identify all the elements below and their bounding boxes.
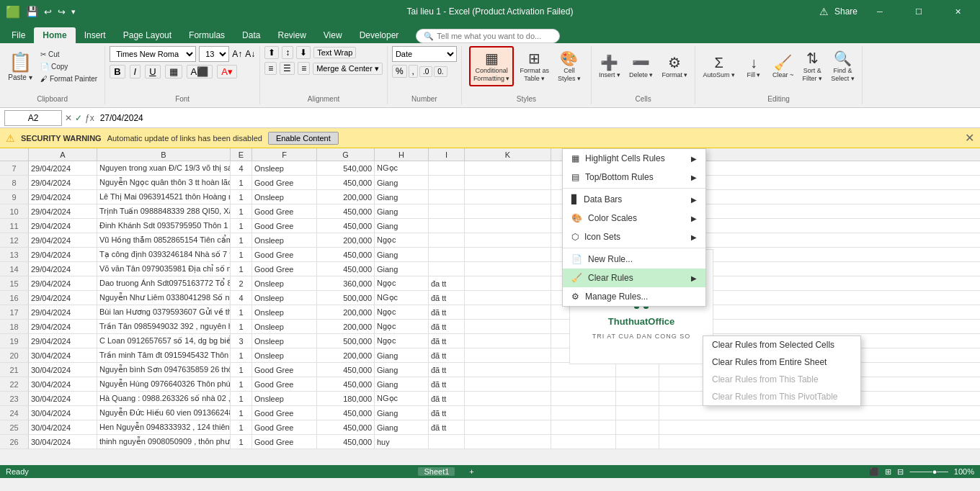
- cell-name[interactable]: C Loan 0912657657 số 14, dg bg biểu. K: [97, 334, 231, 348]
- formula-insert-icon[interactable]: ƒx: [85, 113, 94, 123]
- cell-status[interactable]: đa tt: [429, 276, 465, 290]
- cell-status[interactable]: đã tt: [429, 420, 465, 434]
- cell-o[interactable]: [616, 377, 659, 391]
- cell-status[interactable]: [429, 248, 465, 261]
- cell-name[interactable]: Võ văn Tân 0979035981 Địa chỉ số nhà 2: [97, 262, 231, 276]
- cell-product[interactable]: Good Gree: [252, 176, 317, 189]
- insert-button[interactable]: ➕ Insert ▾: [596, 46, 623, 86]
- fill-button[interactable]: ↓ Fill ▾: [741, 46, 767, 86]
- close-button[interactable]: ✕: [941, 0, 974, 23]
- cell-status[interactable]: [429, 435, 465, 449]
- cell-status[interactable]: [429, 219, 465, 233]
- number-format-select[interactable]: Date: [392, 46, 457, 62]
- cell-amount[interactable]: 540,000: [317, 161, 375, 175]
- cell-date[interactable]: 29/04/2024: [29, 248, 97, 261]
- cell-name[interactable]: Trịnh Tuấn 0988848339 288 QI50, Xã Ph: [97, 204, 231, 218]
- cell-date[interactable]: 29/04/2024: [29, 276, 97, 290]
- cell-date[interactable]: 29/04/2024: [29, 320, 97, 333]
- cell-amount[interactable]: 200,000: [317, 305, 375, 319]
- manage-rules-item[interactable]: ⚙ Manage Rules...: [563, 287, 705, 306]
- cell-product[interactable]: Onsleep: [252, 161, 317, 175]
- align-bottom-button[interactable]: ⬇: [296, 46, 311, 59]
- cell-date[interactable]: 30/04/2024: [29, 420, 97, 434]
- highlight-cells-rules-item[interactable]: ▦ Highlight Cells Rules ▶: [563, 149, 705, 168]
- cell-k[interactable]: [465, 320, 551, 333]
- cell-product[interactable]: Onsleep: [252, 392, 317, 405]
- cell-status[interactable]: [429, 176, 465, 189]
- cell-amount[interactable]: 450,000: [317, 377, 375, 391]
- cell-date[interactable]: 29/04/2024: [29, 262, 97, 276]
- cell-o[interactable]: [616, 392, 659, 405]
- cell-n[interactable]: [551, 377, 616, 391]
- normal-view-icon[interactable]: ⬛: [869, 467, 879, 477]
- cell-date[interactable]: 29/04/2024: [29, 291, 97, 305]
- cell-product[interactable]: Onsleep: [252, 305, 317, 319]
- cell-name[interactable]: Nguyễn Đức Hiếu 60 vien 0913662486 q: [97, 406, 231, 420]
- cell-person[interactable]: Ngọc: [375, 334, 429, 348]
- cell-qty[interactable]: 1: [231, 305, 252, 319]
- cell-n[interactable]: [551, 435, 616, 449]
- enable-content-button[interactable]: Enable Content: [268, 132, 339, 145]
- format-as-table-button[interactable]: ⊞ Format asTable ▾: [517, 46, 552, 86]
- cell-name[interactable]: Nguyễn Như Liêm 0338041298 Số nhà 7: [97, 291, 231, 305]
- cell-person[interactable]: Giang: [375, 176, 429, 189]
- table-row[interactable]: 14 29/04/2024 Võ văn Tân 0979035981 Địa …: [0, 262, 980, 276]
- maximize-button[interactable]: ☐: [902, 0, 935, 23]
- cell-name[interactable]: Nguyễn Hùng 0976640326 Thôn phú yên: [97, 377, 231, 391]
- increase-font-icon[interactable]: A↑: [232, 49, 242, 59]
- align-center-button[interactable]: ☰: [280, 62, 295, 75]
- cell-qty[interactable]: 4: [231, 161, 252, 175]
- cell-status[interactable]: đã tt: [429, 320, 465, 333]
- col-header-k[interactable]: K: [465, 148, 551, 161]
- cell-qty[interactable]: 1: [231, 262, 252, 276]
- table-row[interactable]: 24 30/04/2024 Nguyễn Đức Hiếu 60 vien 09…: [0, 406, 980, 420]
- formula-cancel-icon[interactable]: ✕: [65, 113, 72, 123]
- cell-k[interactable]: [465, 334, 551, 348]
- cell-name[interactable]: Hà Quang : 0988.263326 số nhà 02 ,Ngõ: [97, 392, 231, 405]
- cell-amount[interactable]: 200,000: [317, 233, 375, 247]
- cell-o[interactable]: [616, 420, 659, 434]
- cell-qty[interactable]: 1: [231, 377, 252, 391]
- cell-status[interactable]: đã tt: [429, 305, 465, 319]
- formula-confirm-icon[interactable]: ✓: [75, 113, 82, 123]
- cell-person[interactable]: huy: [375, 435, 429, 449]
- cell-qty[interactable]: 1: [231, 176, 252, 189]
- cell-amount[interactable]: 200,000: [317, 190, 375, 204]
- cell-product[interactable]: Onsleep: [252, 233, 317, 247]
- search-input[interactable]: [437, 32, 552, 40]
- tab-page-layout[interactable]: Page Layout: [115, 27, 180, 43]
- tab-view[interactable]: View: [315, 27, 351, 43]
- table-row[interactable]: 16 29/04/2024 Nguyễn Như Liêm 0338041298…: [0, 291, 980, 305]
- cell-k[interactable]: [465, 219, 551, 233]
- cell-person[interactable]: Giang: [375, 406, 429, 420]
- cell-date[interactable]: 29/04/2024: [29, 305, 97, 319]
- cell-amount[interactable]: 450,000: [317, 262, 375, 276]
- sheet1-tab[interactable]: Sheet1: [418, 467, 455, 476]
- cell-status[interactable]: đã tt: [429, 392, 465, 405]
- merge-center-button[interactable]: Merge & Center ▾: [313, 63, 383, 75]
- cell-product[interactable]: Good Gree: [252, 204, 317, 218]
- table-row[interactable]: 7 29/04/2024 Nguyen trong xuan Đ/C 19/3 …: [0, 161, 980, 176]
- tab-file[interactable]: File: [3, 27, 34, 43]
- cell-k[interactable]: [465, 377, 551, 391]
- wrap-text-button[interactable]: Text Wrap: [313, 47, 356, 58]
- cell-amount[interactable]: 450,000: [317, 435, 375, 449]
- cell-date[interactable]: 29/04/2024: [29, 233, 97, 247]
- cell-status[interactable]: [429, 161, 465, 175]
- col-header-i[interactable]: I: [429, 148, 465, 161]
- name-box[interactable]: [4, 110, 62, 126]
- cell-qty[interactable]: 1: [231, 248, 252, 261]
- cell-k[interactable]: [465, 363, 551, 377]
- cell-qty[interactable]: 3: [231, 334, 252, 348]
- page-break-icon[interactable]: ⊟: [897, 467, 904, 477]
- cell-qty[interactable]: 1: [231, 219, 252, 233]
- cell-k[interactable]: [465, 190, 551, 204]
- color-scales-item[interactable]: 🎨 Color Scales ▶: [563, 209, 705, 228]
- cell-product[interactable]: Good Gree: [252, 219, 317, 233]
- cell-product[interactable]: Good Gree: [252, 435, 317, 449]
- col-header-f[interactable]: F: [252, 148, 317, 161]
- cell-k[interactable]: [465, 233, 551, 247]
- cell-name[interactable]: Nguyen trong xuan Đ/C 19/3 võ thị sáu , …: [97, 161, 231, 175]
- cell-qty[interactable]: 1: [231, 420, 252, 434]
- tab-review[interactable]: Review: [269, 27, 314, 43]
